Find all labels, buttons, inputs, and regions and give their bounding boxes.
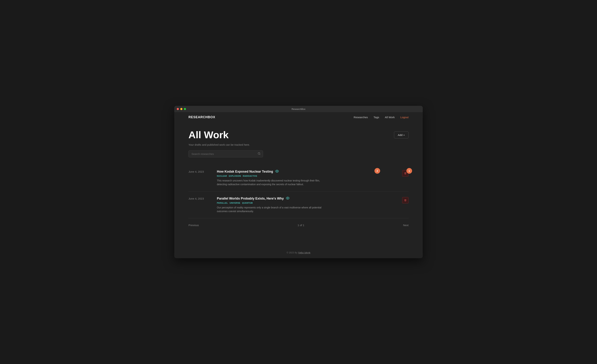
tag-universe: UNIVERSE: [230, 202, 240, 204]
research-description-1: This research uncovers how Kodak inadver…: [217, 179, 323, 186]
minimize-button[interactable]: [180, 108, 182, 110]
notification-badge-1: 1: [406, 168, 412, 174]
research-body-1: How Kodak Exposed Nuclear Testing NUCLEA…: [217, 169, 399, 186]
footer-text: © 2023 By: [287, 251, 298, 254]
research-title-2[interactable]: Parallel Worlds Probably Exists, Here's …: [217, 197, 284, 200]
delete-button-2[interactable]: [402, 197, 408, 204]
tag-radioactive: RADIOACTIVE: [243, 175, 257, 177]
notification-badge-2: 2: [374, 168, 380, 174]
nav-links: Researches Tags All Work Logout: [354, 116, 408, 119]
navbar: RESEARCHBOX Researches Tags All Work Log…: [174, 112, 423, 122]
footer-author-link[interactable]: Yağız Işkınk: [298, 251, 310, 254]
table-row: June 4, 2023 Parallel Worlds Probably Ex…: [189, 191, 408, 218]
research-date-2: June 4, 2023: [189, 196, 217, 200]
tag-nuclear: NUCLEAR: [217, 175, 227, 177]
research-list: June 4, 2023 How Kodak Exposed Nuclear T…: [189, 165, 408, 218]
close-button[interactable]: [177, 108, 179, 110]
svg-point-3: [287, 197, 288, 198]
nav-link-logout[interactable]: Logout: [400, 116, 408, 119]
traffic-lights: [177, 108, 186, 110]
research-date-1: June 4, 2023: [189, 169, 217, 173]
research-body-2: Parallel Worlds Probably Exists, Here's …: [217, 196, 399, 213]
svg-point-2: [276, 171, 277, 172]
table-row: June 4, 2023 How Kodak Exposed Nuclear T…: [189, 165, 408, 191]
tag-quantum: QUANTUM: [242, 202, 253, 204]
pagination-info: 1 of 1: [298, 224, 304, 227]
tags-row-2: PARALLEL UNIVERSE QUANTUM: [217, 202, 399, 204]
tags-row-1: NUCLEAR EXPLOSION RADIOACTIVE: [217, 175, 399, 177]
search-input[interactable]: [189, 151, 263, 157]
page-title: All Work: [189, 129, 228, 140]
page-subtitle: Your drafts and published work can be tr…: [189, 143, 408, 146]
app-window: ResearchBox RESEARCHBOX Researches Tags …: [174, 106, 423, 258]
svg-line-1: [260, 154, 260, 155]
tag-parallel: PARALLEL: [217, 202, 228, 204]
add-button[interactable]: Add +: [394, 131, 408, 138]
main-content: All Work Add + Your drafts and published…: [174, 122, 423, 247]
research-title-row-1: How Kodak Exposed Nuclear Testing: [217, 169, 399, 174]
nav-link-all-work[interactable]: All Work: [385, 116, 395, 119]
nav-link-tags[interactable]: Tags: [374, 116, 379, 119]
maximize-button[interactable]: [184, 108, 186, 110]
logo[interactable]: RESEARCHBOX: [189, 115, 215, 119]
pagination-next-button[interactable]: Next: [403, 224, 408, 227]
tag-explosion: EXPLOSION: [229, 175, 241, 177]
search-icon: [258, 152, 260, 156]
eye-icon-1[interactable]: [275, 169, 279, 174]
research-title-row-2: Parallel Worlds Probably Exists, Here's …: [217, 196, 399, 201]
pagination: Previous 1 of 1 Next: [189, 218, 408, 228]
pagination-prev-button[interactable]: Previous: [189, 224, 199, 227]
nav-link-researches[interactable]: Researches: [354, 116, 368, 119]
search-container: [189, 151, 263, 157]
window-title: ResearchBox: [291, 108, 306, 110]
research-description-2: Our perception of reality represents onl…: [217, 206, 323, 213]
eye-icon-2[interactable]: [286, 196, 290, 201]
title-bar: ResearchBox: [174, 106, 423, 112]
footer: © 2023 By Yağız Işkınk: [174, 247, 423, 258]
research-title-1[interactable]: How Kodak Exposed Nuclear Testing: [217, 170, 273, 174]
page-header: All Work Add +: [189, 129, 408, 140]
